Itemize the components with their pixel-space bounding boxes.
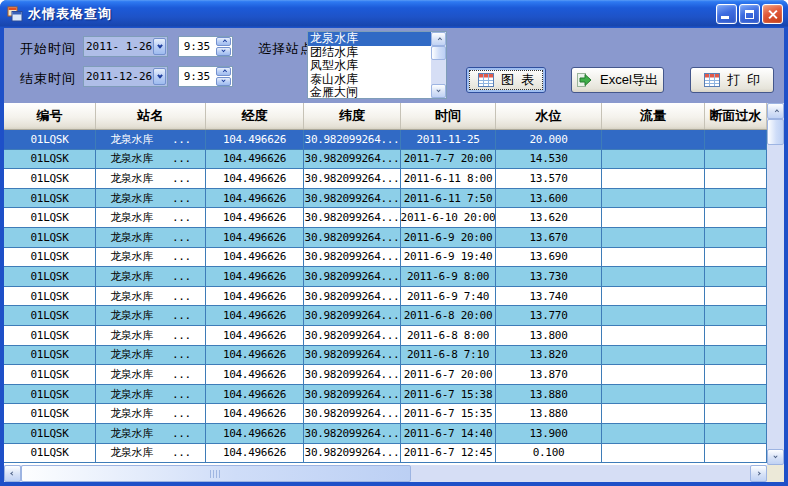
table-cell[interactable]: 30.982099264... — [304, 404, 401, 423]
column-header[interactable]: 断面过水 — [705, 103, 767, 129]
table-cell[interactable]: 104.496626 — [206, 169, 304, 188]
table-cell[interactable]: 104.496626 — [206, 385, 304, 404]
table-cell[interactable]: 104.496626 — [206, 267, 304, 286]
column-header[interactable]: 编号 — [4, 103, 96, 129]
table-cell[interactable]: 104.496626 — [206, 444, 304, 463]
table-cell[interactable]: 104.496626 — [206, 287, 304, 306]
table-row[interactable]: 01LQSK龙泉水库 ...104.49662630.982099264...2… — [4, 444, 767, 464]
table-cell[interactable]: 龙泉水库 ... — [96, 444, 206, 463]
table-cell[interactable]: 2011-6-7 20:00 — [401, 365, 496, 384]
table-cell[interactable]: 104.496626 — [206, 365, 304, 384]
scroll-right-button[interactable] — [750, 465, 767, 482]
table-cell[interactable]: 龙泉水库 ... — [96, 267, 206, 286]
end-date-picker[interactable]: 2011-12-26 — [83, 66, 168, 87]
end-date-dropdown-button[interactable] — [153, 68, 166, 85]
vertical-scrollbar-thumb[interactable] — [767, 119, 784, 145]
start-date-dropdown-button[interactable] — [153, 38, 166, 55]
table-cell[interactable]: 104.496626 — [206, 306, 304, 325]
table-cell[interactable]: 104.496626 — [206, 228, 304, 247]
close-button[interactable] — [762, 4, 783, 24]
table-cell[interactable] — [705, 150, 767, 169]
table-cell[interactable]: 104.496626 — [206, 130, 304, 149]
table-cell[interactable]: 104.496626 — [206, 150, 304, 169]
table-cell[interactable]: 0.100 — [496, 444, 602, 463]
table-cell[interactable]: 30.982099264... — [304, 306, 401, 325]
table-cell[interactable]: 01LQSK — [4, 267, 96, 286]
table-cell[interactable] — [602, 150, 705, 169]
table-cell[interactable]: 13.880 — [496, 404, 602, 423]
table-cell[interactable]: 13.730 — [496, 267, 602, 286]
listbox-scrollbar[interactable] — [431, 32, 446, 98]
table-row[interactable]: 01LQSK龙泉水库 ...104.49662630.982099264...2… — [4, 208, 767, 228]
table-row[interactable]: 01LQSK龙泉水库 ...104.49662630.982099264...2… — [4, 248, 767, 268]
table-cell[interactable]: 30.982099264... — [304, 287, 401, 306]
table-cell[interactable]: 13.870 — [496, 365, 602, 384]
table-cell[interactable] — [705, 404, 767, 423]
table-row[interactable]: 01LQSK龙泉水库 ...104.49662630.982099264...2… — [4, 404, 767, 424]
table-cell[interactable]: 龙泉水库 ... — [96, 424, 206, 443]
table-cell[interactable] — [602, 424, 705, 443]
horizontal-scrollbar-thumb[interactable] — [21, 465, 411, 482]
table-cell[interactable]: 龙泉水库 ... — [96, 189, 206, 208]
listbox-item[interactable]: 凤型水库 — [308, 59, 431, 73]
table-cell[interactable]: 30.982099264... — [304, 130, 401, 149]
table-cell[interactable]: 2011-6-9 19:40 — [401, 248, 496, 267]
table-cell[interactable]: 龙泉水库 ... — [96, 208, 206, 227]
table-cell[interactable]: 01LQSK — [4, 189, 96, 208]
table-row[interactable]: 01LQSK龙泉水库 ...104.49662630.982099264...2… — [4, 365, 767, 385]
print-button[interactable]: 打 印 — [690, 67, 774, 93]
table-cell[interactable]: 01LQSK — [4, 130, 96, 149]
scrollbar-thumb[interactable] — [431, 46, 446, 60]
table-cell[interactable]: 龙泉水库 ... — [96, 169, 206, 188]
table-cell[interactable]: 104.496626 — [206, 208, 304, 227]
table-cell[interactable] — [705, 326, 767, 345]
table-cell[interactable]: 01LQSK — [4, 169, 96, 188]
column-header[interactable]: 纬度 — [304, 103, 401, 129]
vertical-scrollbar[interactable] — [767, 103, 784, 465]
end-time-spinner[interactable]: 9:35 — [178, 66, 233, 87]
table-cell[interactable] — [705, 208, 767, 227]
start-date-picker[interactable]: 2011- 1-26 — [83, 36, 168, 57]
table-cell[interactable] — [705, 267, 767, 286]
excel-export-button[interactable]: Excel导出 — [571, 67, 664, 93]
table-cell[interactable]: 2011-6-8 8:00 — [401, 326, 496, 345]
table-cell[interactable]: 01LQSK — [4, 424, 96, 443]
chart-button[interactable]: 图 表 — [466, 67, 546, 93]
table-cell[interactable]: 30.982099264... — [304, 444, 401, 463]
horizontal-scrollbar[interactable] — [4, 465, 767, 482]
table-row[interactable]: 01LQSK龙泉水库 ...104.49662630.982099264...2… — [4, 385, 767, 405]
column-header[interactable]: 流量 — [602, 103, 705, 129]
table-cell[interactable]: 龙泉水库 ... — [96, 248, 206, 267]
table-cell[interactable]: 2011-6-9 8:00 — [401, 267, 496, 286]
table-cell[interactable]: 龙泉水库 ... — [96, 306, 206, 325]
vertical-scrollbar-track[interactable] — [767, 145, 784, 449]
table-cell[interactable] — [602, 287, 705, 306]
table-cell[interactable]: 2011-6-11 7:50 — [401, 189, 496, 208]
table-row[interactable]: 01LQSK龙泉水库 ...104.49662630.982099264...2… — [4, 287, 767, 307]
table-cell[interactable]: 13.800 — [496, 326, 602, 345]
table-cell[interactable]: 13.690 — [496, 248, 602, 267]
table-cell[interactable]: 104.496626 — [206, 189, 304, 208]
table-cell[interactable]: 01LQSK — [4, 346, 96, 365]
table-cell[interactable]: 龙泉水库 ... — [96, 385, 206, 404]
table-cell[interactable] — [602, 326, 705, 345]
scroll-up-button[interactable] — [431, 32, 446, 46]
minimize-button[interactable] — [716, 4, 737, 24]
table-cell[interactable]: 13.670 — [496, 228, 602, 247]
table-cell[interactable]: 13.600 — [496, 189, 602, 208]
table-cell[interactable]: 104.496626 — [206, 404, 304, 423]
table-cell[interactable]: 30.982099264... — [304, 189, 401, 208]
table-cell[interactable]: 01LQSK — [4, 248, 96, 267]
table-cell[interactable]: 30.982099264... — [304, 208, 401, 227]
table-cell[interactable]: 30.982099264... — [304, 385, 401, 404]
table-cell[interactable] — [602, 365, 705, 384]
table-row[interactable]: 01LQSK龙泉水库 ...104.49662630.982099264...2… — [4, 189, 767, 209]
table-cell[interactable]: 13.820 — [496, 346, 602, 365]
column-header[interactable]: 站名 — [96, 103, 206, 129]
table-cell[interactable] — [705, 365, 767, 384]
start-time-down-button[interactable] — [216, 47, 231, 56]
table-cell[interactable]: 13.880 — [496, 385, 602, 404]
table-row[interactable]: 01LQSK龙泉水库 ...104.49662630.982099264...2… — [4, 306, 767, 326]
table-cell[interactable]: 2011-6-7 12:45 — [401, 444, 496, 463]
end-time-up-button[interactable] — [216, 67, 231, 76]
